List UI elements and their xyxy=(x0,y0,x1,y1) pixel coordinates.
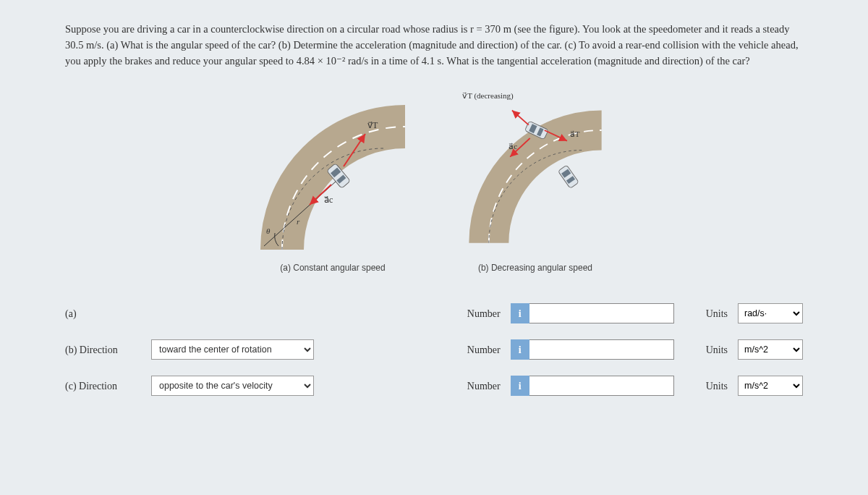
figure-b-caption: (b) Decreasing angular speed xyxy=(478,261,592,274)
number-label-b: Number xyxy=(467,342,501,358)
vt-label-b: v⃗T (decreasing) xyxy=(462,91,514,101)
info-icon[interactable]: i xyxy=(511,376,529,396)
figure-b-svg: v⃗T (decreasing) a⃗c a⃗T xyxy=(456,83,615,257)
part-label-a: (a) xyxy=(65,306,141,321)
figure-panel-a: r θ v⃗T a⃗c (a) Constant angular speed xyxy=(253,83,412,274)
answer-rows: (a) Number i Units rad/s· (b) Direction … xyxy=(65,303,803,396)
theta-label: θ xyxy=(266,227,271,235)
figure-a-caption: (a) Constant angular speed xyxy=(280,261,385,274)
info-icon[interactable]: i xyxy=(511,303,529,323)
answer-row-c: (c) Direction opposite to the car's velo… xyxy=(65,376,803,396)
units-label-c: Units xyxy=(706,378,728,394)
answer-row-b: (b) Direction toward the center of rotat… xyxy=(65,339,803,360)
figure-panel-b: v⃗T (decreasing) a⃗c a⃗T (b) Decreasing … xyxy=(456,83,615,274)
number-input-a[interactable] xyxy=(529,303,674,323)
part-label-b: (b) Direction xyxy=(65,342,141,358)
at-label-b: a⃗T xyxy=(570,130,580,138)
problem-statement: Suppose you are driving a car in a count… xyxy=(65,22,803,69)
number-input-c[interactable] xyxy=(529,376,674,396)
number-input-b[interactable] xyxy=(529,339,674,360)
svg-line-12 xyxy=(512,111,529,125)
number-label-a: Number xyxy=(467,306,501,321)
vt-label-a: v⃗T xyxy=(367,120,378,130)
answer-row-a: (a) Number i Units rad/s· xyxy=(65,303,803,323)
ac-label-b: a⃗c xyxy=(509,142,517,151)
figure-a-svg: r θ v⃗T a⃗c xyxy=(253,83,412,257)
part-label-c: (c) Direction xyxy=(65,378,141,394)
direction-select-c[interactable]: opposite to the car's velocity xyxy=(151,376,314,396)
direction-select-b[interactable]: toward the center of rotation xyxy=(151,339,314,360)
ac-label-a: a⃗c xyxy=(324,195,333,205)
units-label-a: Units xyxy=(706,306,728,321)
svg-rect-9 xyxy=(558,165,579,188)
units-select-b[interactable]: m/s^2 xyxy=(738,339,803,360)
figure-container: r θ v⃗T a⃗c (a) Constant angular speed xyxy=(65,83,803,274)
r-label: r xyxy=(297,217,300,226)
units-label-b: Units xyxy=(706,342,728,358)
info-icon[interactable]: i xyxy=(511,339,529,360)
units-select-c[interactable]: m/s^2 xyxy=(738,376,803,396)
units-select-a[interactable]: rad/s· xyxy=(738,303,803,323)
number-label-c: Number xyxy=(467,378,501,394)
